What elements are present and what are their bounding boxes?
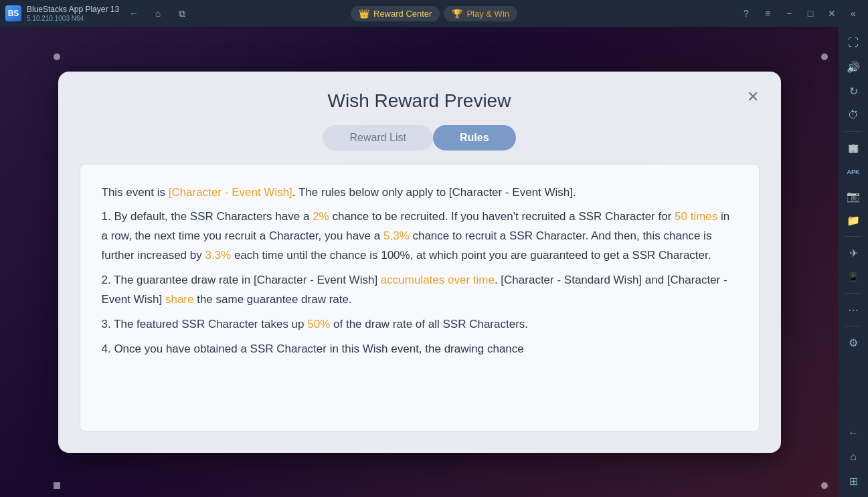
scroll-dot-top-right — [821, 54, 828, 60]
modal-overlay: Wish Reward Preview ✕ Reward List Rules … — [0, 27, 839, 497]
reward-center-button[interactable]: 👑 Reward Center — [351, 6, 440, 21]
rotate-icon[interactable]: ↻ — [843, 80, 864, 102]
rule3-before: 3. The featured SSR Character takes up — [102, 318, 308, 330]
rules-content[interactable]: This event is [Character - Event Wish]. … — [80, 164, 760, 431]
title-bar-right: ? ≡ − □ ✕ « — [517, 4, 863, 23]
rule1-h1: 2% — [313, 210, 329, 223]
apk-icon[interactable]: APK — [843, 161, 864, 183]
rule-2: 2. The guarantee draw rate in [Character… — [102, 271, 737, 310]
rule2-h1: accumulates over time — [381, 274, 495, 286]
tab-rules[interactable]: Rules — [433, 125, 516, 151]
more-icon[interactable]: ⋯ — [843, 299, 864, 320]
camera-icon[interactable]: 📷 — [843, 185, 864, 207]
phone-icon[interactable]: 📱 — [843, 266, 864, 288]
rule-1: 1. By default, the SSR Characters have a… — [102, 207, 737, 266]
title-bar-left: BS BlueStacks App Player 13 5.10.210.100… — [5, 4, 351, 23]
sidebar-divider-4 — [845, 326, 861, 326]
help-button[interactable]: ? — [737, 4, 756, 23]
app-logo: BS — [5, 5, 21, 21]
airplane-icon[interactable]: ✈ — [843, 242, 864, 264]
settings-icon[interactable]: ⚙ — [843, 332, 864, 353]
rule3-h: 50% — [307, 318, 330, 330]
reward-center-icon: 👑 — [359, 9, 369, 19]
rule2-after: the same guarantee draw rate. — [193, 293, 351, 306]
back-icon[interactable]: ← — [843, 422, 864, 443]
back-nav-button[interactable]: « — [844, 4, 863, 23]
modal-title: Wish Reward Preview — [80, 90, 760, 112]
menu-button[interactable]: ≡ — [758, 4, 777, 23]
maximize-button[interactable]: □ — [801, 4, 820, 23]
home-button[interactable]: ⌂ — [149, 4, 167, 23]
scroll-dot-right — [821, 482, 828, 489]
rule1-mid4: each time until the chance is 100%, at w… — [231, 249, 711, 262]
volume-icon[interactable]: 🔊 — [843, 56, 864, 78]
back-button[interactable]: ← — [124, 4, 143, 23]
rule1-h4: 3.3% — [205, 249, 231, 262]
wish-reward-modal: Wish Reward Preview ✕ Reward List Rules … — [58, 72, 781, 453]
rule2-h2: share — [165, 293, 194, 306]
right-sidebar: ⛶ 🔊 ↻ ⏱ 🏢 APK 📷 📁 ✈ 📱 ⋯ ⚙ ← ⌂ ⊞ — [839, 27, 868, 497]
copy-button[interactable]: ⧉ — [173, 4, 191, 23]
sidebar-divider-2 — [845, 236, 861, 237]
close-window-button[interactable]: ✕ — [822, 4, 841, 23]
scroll-dot-left — [54, 482, 60, 489]
rule-intro-highlight: [Character - Event Wish] — [169, 186, 292, 199]
modal-close-button[interactable]: ✕ — [741, 85, 765, 109]
tab-reward-list[interactable]: Reward List — [323, 125, 432, 151]
sidebar-divider-1 — [845, 131, 861, 132]
timer-icon[interactable]: ⏱ — [843, 104, 864, 126]
rule3-after: of the draw rate of all SSR Characters. — [330, 318, 528, 330]
rule-intro-before: This event is — [102, 186, 169, 199]
rule-3: 3. The featured SSR Character takes up 5… — [102, 315, 737, 334]
fullscreen-icon[interactable]: ⛶ — [843, 32, 864, 54]
tab-container: Reward List Rules — [80, 125, 760, 151]
reward-center-label: Reward Center — [373, 9, 432, 19]
play-win-label: Play & Win — [466, 9, 509, 19]
rule-intro-after: . The rules below only apply to [Charact… — [292, 186, 576, 199]
rule-intro: This event is [Character - Event Wish]. … — [102, 183, 737, 203]
rule4-before: 4. Once you have obtained a SSR Characte… — [102, 342, 524, 355]
rule1-h2: 50 times — [675, 210, 717, 223]
scroll-dot-top-left — [54, 54, 60, 60]
play-win-icon: 🏆 — [452, 9, 462, 19]
app-name: BlueStacks App Player 13 — [27, 5, 119, 14]
rule2-before: 2. The guarantee draw rate in [Character… — [102, 274, 381, 286]
app-version: 5.10.210.1003 N64 — [27, 15, 119, 22]
minimize-button[interactable]: − — [780, 4, 798, 23]
rule-4: 4. Once you have obtained a SSR Characte… — [102, 340, 737, 359]
grid-icon[interactable]: ⊞ — [843, 470, 864, 492]
sidebar-divider-3 — [845, 293, 861, 294]
home2-icon[interactable]: ⌂ — [843, 446, 864, 468]
app-info: BlueStacks App Player 13 5.10.210.1003 N… — [27, 5, 119, 21]
building-icon[interactable]: 🏢 — [843, 137, 864, 159]
title-bar: BS BlueStacks App Player 13 5.10.210.100… — [0, 0, 868, 27]
title-bar-center: 👑 Reward Center 🏆 Play & Win — [351, 6, 517, 21]
play-win-button[interactable]: 🏆 Play & Win — [444, 6, 517, 21]
rule1-before: 1. By default, the SSR Characters have a — [102, 210, 313, 223]
rule1-mid1: chance to be recruited. If you haven't r… — [329, 210, 675, 223]
rule1-h3: 5.3% — [383, 229, 410, 242]
folder-icon[interactable]: 📁 — [843, 209, 864, 231]
